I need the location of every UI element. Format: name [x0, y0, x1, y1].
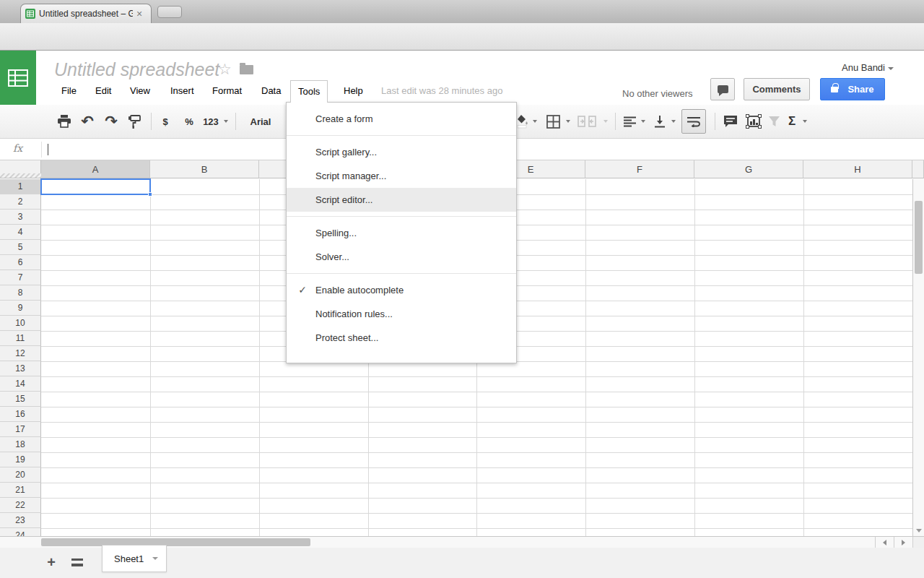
menu-item-label: Script gallery... — [315, 147, 377, 158]
vertical-scrollbar[interactable] — [912, 179, 924, 536]
all-sheets-button[interactable] — [66, 552, 88, 572]
row-header-15[interactable]: 15 — [0, 392, 41, 407]
row-header-14[interactable]: 14 — [0, 376, 41, 392]
add-sheet-button[interactable]: + — [40, 552, 62, 572]
column-header-h[interactable]: H — [803, 160, 912, 178]
menu-edit[interactable]: Edit — [88, 80, 118, 103]
row-header-23[interactable]: 23 — [0, 513, 41, 528]
tools-menu-item-spelling[interactable]: Spelling... — [287, 221, 516, 245]
scroll-left-button[interactable] — [875, 537, 894, 548]
row-header-16[interactable]: 16 — [0, 407, 41, 422]
column-header-f[interactable]: F — [585, 160, 694, 178]
sheets-logo-icon[interactable] — [0, 51, 36, 105]
borders-icon[interactable] — [544, 105, 562, 138]
menu-help[interactable]: Help — [336, 80, 370, 103]
comments-button[interactable]: Comments — [744, 78, 810, 100]
wrap-text-icon — [687, 116, 700, 127]
row-header-17[interactable]: 17 — [0, 422, 41, 437]
chevron-down-icon — [888, 67, 894, 70]
functions-icon[interactable]: Σ — [784, 105, 800, 138]
row-header-24[interactable]: 24 — [0, 528, 41, 536]
number-format-caret-icon[interactable] — [222, 105, 230, 138]
new-tab-button[interactable] — [157, 6, 182, 18]
selected-cell-a1[interactable] — [40, 178, 151, 195]
tools-menu-item-protect-sheet[interactable]: Protect sheet... — [287, 326, 516, 350]
row-header-8[interactable]: 8 — [0, 285, 41, 301]
tools-menu-item-enable-autocomplete[interactable]: ✓Enable autocomplete — [287, 278, 516, 302]
wrap-text-button[interactable] — [681, 109, 706, 134]
print-icon[interactable] — [55, 105, 74, 138]
tools-menu-item-script-manager[interactable]: Script manager... — [287, 164, 516, 188]
sheet-tab-caret-icon[interactable] — [152, 557, 158, 560]
menu-item-label: Script manager... — [315, 171, 386, 181]
menu-divider — [287, 135, 516, 136]
row-header-22[interactable]: 22 — [0, 498, 41, 513]
browser-tab[interactable]: Untitled spreadsheet – Goo × — [20, 4, 152, 23]
row-header-10[interactable]: 10 — [0, 316, 41, 331]
row-header-12[interactable]: 12 — [0, 346, 41, 361]
document-title[interactable]: Untitled spreadsheet — [54, 59, 219, 80]
row-header-20[interactable]: 20 — [0, 467, 41, 483]
insert-chart-icon[interactable] — [744, 105, 764, 138]
tools-menu-item-create-a-form[interactable]: Create a form — [287, 107, 516, 131]
redo-icon[interactable]: ↷ — [102, 105, 121, 138]
tools-menu-item-solver[interactable]: Solver... — [287, 245, 516, 269]
scroll-down-button[interactable] — [912, 525, 924, 536]
horizontal-align-icon[interactable] — [621, 105, 638, 138]
row-header-21[interactable]: 21 — [0, 483, 41, 498]
vertical-scrollbar-thumb[interactable] — [915, 201, 923, 274]
menu-tools[interactable]: Tools — [290, 80, 328, 103]
row-header-7[interactable]: 7 — [0, 270, 41, 285]
tools-menu-item-notification-rules[interactable]: Notification rules... — [287, 302, 516, 326]
row-header-13[interactable]: 13 — [0, 361, 41, 376]
fill-handle[interactable] — [148, 192, 152, 197]
chat-button[interactable] — [710, 78, 735, 100]
sheet-tab-sheet1[interactable]: Sheet1 — [102, 545, 167, 572]
fill-color-icon[interactable] — [515, 105, 530, 138]
fill-color-caret-icon[interactable] — [531, 105, 539, 138]
paint-format-icon[interactable] — [125, 105, 144, 138]
undo-icon[interactable]: ↶ — [78, 105, 97, 138]
share-button[interactable]: Share — [820, 78, 885, 100]
menu-insert[interactable]: Insert — [163, 80, 201, 103]
row-header-4[interactable]: 4 — [0, 225, 41, 240]
row-header-3[interactable]: 3 — [0, 210, 41, 225]
borders-caret-icon[interactable] — [565, 105, 572, 138]
vertical-align-icon[interactable] — [651, 105, 668, 138]
font-family-button[interactable]: Arial — [243, 105, 279, 138]
star-document-icon[interactable]: ☆ — [218, 61, 232, 78]
tools-menu-item-script-gallery[interactable]: Script gallery... — [287, 140, 516, 164]
row-header-18[interactable]: 18 — [0, 437, 41, 452]
format-percent-button[interactable]: % — [180, 105, 198, 138]
row-header-2[interactable]: 2 — [0, 194, 41, 210]
scroll-right-button[interactable] — [894, 537, 912, 548]
functions-caret-icon[interactable] — [801, 105, 808, 138]
select-all-corner[interactable] — [0, 160, 41, 178]
menu-file[interactable]: File — [54, 80, 84, 103]
horizontal-align-caret-icon[interactable] — [640, 105, 647, 138]
tab-close-icon[interactable]: × — [136, 9, 142, 19]
move-to-folder-icon[interactable] — [240, 65, 253, 74]
column-header-a[interactable]: A — [41, 160, 150, 178]
insert-comment-icon[interactable] — [720, 105, 741, 138]
menu-view[interactable]: View — [123, 80, 157, 103]
menu-data[interactable]: Data — [254, 80, 288, 103]
row-header-6[interactable]: 6 — [0, 255, 41, 270]
vertical-align-caret-icon[interactable] — [670, 105, 677, 138]
gridline — [41, 422, 912, 423]
column-header-g[interactable]: G — [694, 160, 803, 178]
row-header-11[interactable]: 11 — [0, 331, 41, 346]
tools-menu-item-script-editor[interactable]: Script editor... — [287, 188, 516, 212]
row-header-19[interactable]: 19 — [0, 452, 41, 467]
last-edit-status[interactable]: Last edit was 28 minutes ago — [381, 85, 502, 96]
horizontal-scrollbar-thumb[interactable] — [41, 538, 310, 546]
menu-format[interactable]: Format — [205, 80, 249, 103]
column-header-b[interactable]: B — [150, 160, 259, 178]
row-header-9[interactable]: 9 — [0, 301, 41, 316]
format-currency-button[interactable]: $ — [157, 105, 173, 138]
row-header-5[interactable]: 5 — [0, 240, 41, 255]
number-format-button[interactable]: 123 — [201, 105, 221, 138]
app-header: Untitled spreadsheet ☆ Anu Bandi FileEdi… — [0, 51, 924, 105]
user-account-menu[interactable]: Anu Bandi — [842, 62, 894, 73]
row-header-1[interactable]: 1 — [0, 179, 41, 194]
